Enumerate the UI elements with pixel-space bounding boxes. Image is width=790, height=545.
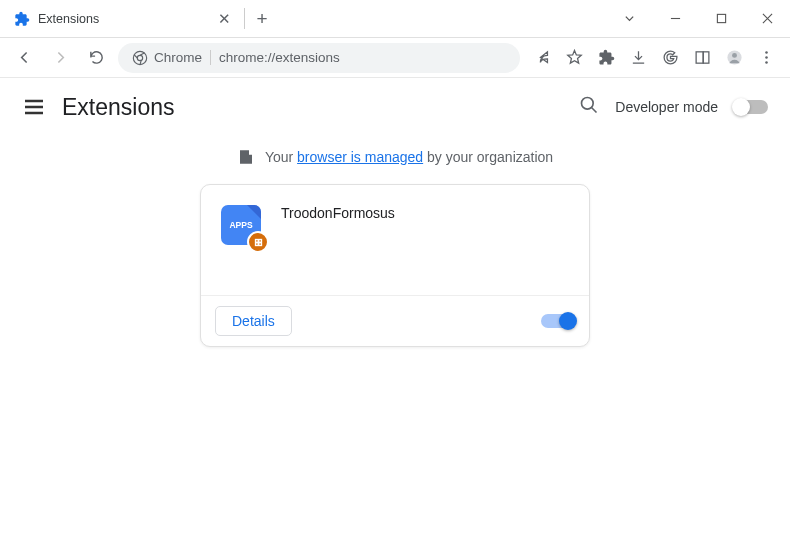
svg-rect-11 xyxy=(254,238,261,245)
close-window-button[interactable] xyxy=(744,0,790,37)
managed-banner: Your browser is managed by your organiza… xyxy=(0,136,790,184)
svg-rect-13 xyxy=(259,240,260,241)
search-icon[interactable] xyxy=(579,95,599,119)
titlebar: Extensions ✕ + xyxy=(0,0,790,38)
address-bar[interactable]: Chrome chrome://extensions xyxy=(118,43,520,73)
svg-rect-3 xyxy=(696,52,703,63)
svg-point-2 xyxy=(137,55,142,60)
svg-point-7 xyxy=(765,51,768,54)
google-icon[interactable] xyxy=(656,44,684,72)
extensions-puzzle-icon[interactable] xyxy=(592,44,620,72)
omnibox-prefix-label: Chrome xyxy=(154,50,202,65)
page-title: Extensions xyxy=(62,94,175,121)
extension-name: TroodonFormosus xyxy=(281,205,395,255)
forward-button xyxy=(46,44,74,72)
maximize-button[interactable] xyxy=(698,0,744,37)
svg-rect-15 xyxy=(259,243,260,244)
extension-card: APPS TroodonFormosus Details xyxy=(200,184,590,347)
svg-point-9 xyxy=(765,61,768,64)
browser-tab[interactable]: Extensions ✕ xyxy=(0,0,245,37)
back-button[interactable] xyxy=(10,44,38,72)
browser-managed-link[interactable]: browser is managed xyxy=(297,149,423,165)
svg-point-10 xyxy=(582,98,594,110)
svg-point-6 xyxy=(732,53,737,58)
window-controls xyxy=(606,0,790,37)
omnibox-url: chrome://extensions xyxy=(219,50,340,65)
managed-badge-icon xyxy=(247,231,269,253)
page-header: Extensions Developer mode xyxy=(0,78,790,136)
developer-mode-label: Developer mode xyxy=(615,99,718,115)
share-icon[interactable] xyxy=(528,44,556,72)
svg-rect-14 xyxy=(256,243,257,244)
svg-rect-0 xyxy=(717,14,725,22)
profile-avatar-icon[interactable] xyxy=(720,44,748,72)
banner-text: Your browser is managed by your organiza… xyxy=(265,149,553,165)
close-tab-icon[interactable]: ✕ xyxy=(215,10,233,28)
minimize-button[interactable] xyxy=(652,0,698,37)
reload-button[interactable] xyxy=(82,44,110,72)
download-icon[interactable] xyxy=(624,44,652,72)
building-icon xyxy=(237,148,255,166)
bookmark-star-icon[interactable] xyxy=(560,44,588,72)
extension-app-icon: APPS xyxy=(221,205,263,247)
separator xyxy=(210,50,211,65)
tab-title: Extensions xyxy=(38,12,207,26)
omnibox-prefix: Chrome xyxy=(132,50,202,66)
details-button[interactable]: Details xyxy=(215,306,292,336)
chevron-down-icon[interactable] xyxy=(606,0,652,37)
extension-enable-toggle[interactable] xyxy=(541,314,575,328)
chrome-icon xyxy=(132,50,148,66)
svg-rect-4 xyxy=(703,52,709,63)
new-tab-button[interactable]: + xyxy=(245,0,279,37)
hamburger-menu-icon[interactable] xyxy=(22,95,46,119)
extension-puzzle-icon xyxy=(14,11,30,27)
browser-toolbar: Chrome chrome://extensions xyxy=(0,38,790,78)
developer-mode-toggle[interactable] xyxy=(734,100,768,114)
svg-point-8 xyxy=(765,56,768,59)
reading-list-icon[interactable] xyxy=(688,44,716,72)
svg-rect-12 xyxy=(256,240,257,241)
kebab-menu-icon[interactable] xyxy=(752,44,780,72)
